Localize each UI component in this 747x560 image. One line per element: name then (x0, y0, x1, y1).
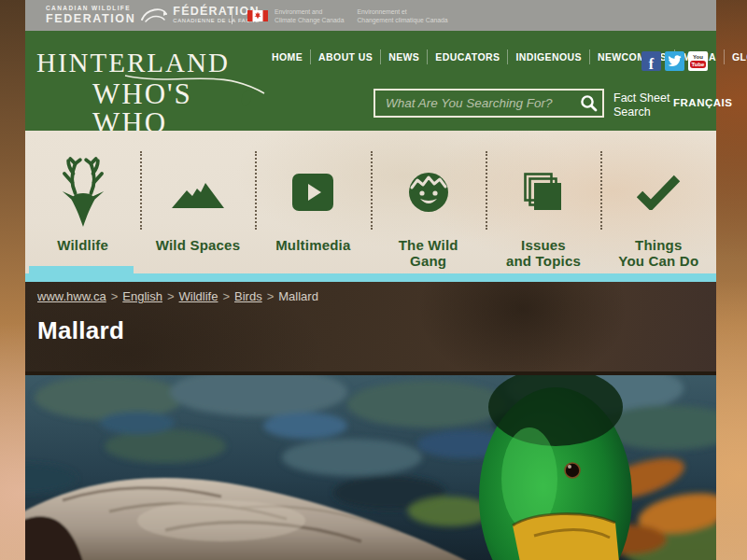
category-issues-and-topics[interactable]: Issuesand Topics (486, 131, 600, 282)
mallard-photo (25, 371, 716, 560)
category-nav: Wildlife Wild Spaces (25, 131, 716, 282)
page-header-band: www.hww.ca>English>Wildlife>Birds>Mallar… (25, 282, 716, 371)
nav-item-indigenous[interactable]: INDIGENOUS (508, 49, 590, 64)
site-header: HINTERLAND WHO'S WHO HOME ABOUT US NEWS … (25, 31, 716, 131)
goose-swoosh-icon (140, 5, 168, 25)
eccc-en-line1: Environment and (275, 7, 344, 16)
category-label: ThingsYou Can Do (618, 237, 698, 270)
breadcrumb-current: Mallard (278, 289, 318, 303)
twitter-icon[interactable] (665, 51, 684, 71)
category-label: Multimedia (275, 237, 350, 253)
play-button-icon (291, 147, 334, 237)
nav-item-news[interactable]: NEWS (381, 49, 428, 64)
eccc-fr-line2: Changement climatique Canada (357, 16, 447, 24)
search-button[interactable] (574, 91, 602, 116)
cwf-logo[interactable]: CANADIAN WILDLIFE FEDERATION FÉDÉRATION … (46, 5, 260, 25)
cwf-logo-fr-small: CANADIENNE DE LA FAUNE (173, 19, 259, 24)
category-label: The WildGang (399, 237, 458, 270)
category-wild-spaces[interactable]: Wild Spaces (140, 131, 255, 282)
breadcrumb-link-english[interactable]: English (122, 289, 162, 303)
column-divider (255, 151, 257, 230)
hww-logo[interactable]: HINTERLAND WHO'S WHO (36, 49, 251, 137)
facebook-icon[interactable]: f (641, 51, 661, 71)
deer-antlers-icon (58, 147, 108, 237)
nav-item-educators[interactable]: EDUCATORS (428, 49, 508, 64)
mountains-icon (172, 147, 224, 237)
social-links: f You Tube (641, 51, 708, 71)
smiley-face-icon (408, 147, 449, 237)
search-box (374, 89, 604, 118)
cwf-logo-text-large: FEDERATION (46, 13, 135, 25)
breadcrumb-link-home[interactable]: www.hww.ca (37, 289, 106, 303)
breadcrumb-link-birds[interactable]: Birds (234, 289, 262, 303)
hero-image (25, 371, 716, 560)
cwf-logo-text-small: CANADIAN WILDLIFE (46, 6, 135, 12)
gov-bar-divider (232, 7, 233, 24)
nav-item-glossary[interactable]: GLOSSARY (725, 49, 747, 64)
twitter-bird-icon (668, 55, 682, 67)
cwf-logo-fr-large: FÉDÉRATION (173, 6, 259, 18)
active-tab-indicator (29, 266, 134, 282)
column-divider (371, 151, 373, 230)
search-input[interactable] (375, 96, 574, 110)
hww-logo-line2: WHO'S WHO (92, 79, 251, 137)
page-container: CANADIAN WILDLIFE FEDERATION FÉDÉRATION … (25, 0, 716, 560)
language-toggle[interactable]: FRANÇAIS (673, 97, 732, 108)
hww-logo-line1: HINTERLAND (36, 49, 251, 77)
nav-item-about-us[interactable]: ABOUT US (311, 49, 381, 64)
category-things-you-can-do[interactable]: ThingsYou Can Do (601, 131, 716, 282)
breadcrumb: www.hww.ca>English>Wildlife>Birds>Mallar… (37, 289, 318, 303)
checkmark-icon (635, 147, 682, 237)
column-divider (486, 151, 487, 230)
eccc-logo[interactable]: Environment and Climate Change Canada En… (247, 7, 448, 24)
page-title: Mallard (37, 316, 124, 345)
breadcrumb-link-wildlife[interactable]: Wildlife (179, 289, 218, 303)
youtube-icon[interactable]: You Tube (688, 51, 708, 71)
nav-item-home[interactable]: HOME (264, 49, 311, 64)
eccc-en-line2: Climate Change Canada (275, 16, 344, 24)
eccc-fr-line1: Environnement et (357, 7, 447, 16)
category-label: Wildlife (57, 237, 108, 253)
category-label: Issuesand Topics (506, 237, 581, 270)
column-divider (600, 151, 602, 230)
category-wildlife[interactable]: Wildlife (25, 131, 140, 282)
fact-sheet-search-link[interactable]: Fact Sheet Search (613, 91, 669, 119)
canada-flag-icon (247, 10, 268, 21)
category-the-wild-gang[interactable]: The WildGang (371, 131, 486, 282)
government-bar: CANADIAN WILDLIFE FEDERATION FÉDÉRATION … (25, 0, 716, 31)
magnifier-icon (580, 94, 598, 112)
column-divider (140, 151, 142, 230)
stacked-pages-icon (524, 147, 563, 237)
category-multimedia[interactable]: Multimedia (256, 131, 371, 282)
category-label: Wild Spaces (156, 237, 240, 253)
